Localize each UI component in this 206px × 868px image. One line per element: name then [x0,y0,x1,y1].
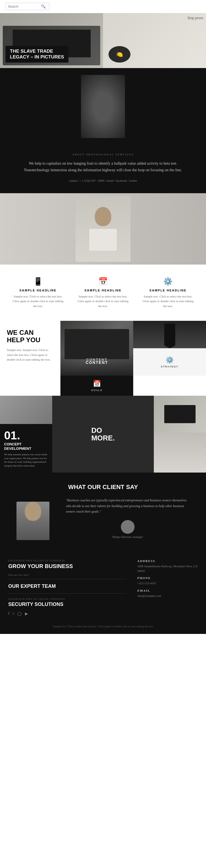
woman-bg [0,193,206,265]
feature-item-3: ⚙️ SAMPLE HEADLINE Sample text. Click to… [136,273,201,313]
footer-item-3: Excepteur sint occaecat cupidatat SECURI… [8,598,126,607]
hero-section: 🍋 Stop press THE SLAVE TRADE LEGACY – IN… [0,13,206,68]
youtube-icon[interactable]: ▶ [25,612,28,616]
client-quote: "Business coaches are typically experien… [66,498,189,514]
address-title: ADDRESS [137,559,198,563]
concept-section: 01. CONCEPT DEVELOPMENT We help translat… [0,396,206,472]
features-row: 📱 SAMPLE HEADLINE Sample text. Click to … [0,265,206,321]
hands-bg [0,396,52,424]
email-title: EMAIL [137,589,198,592]
footer-divider-1 [8,579,126,579]
help-left-panel: WE CAN HELP YOU Sample text. Sample text… [0,321,60,396]
woman-photo-section [0,193,206,265]
footer-social: f t ◯ ▶ [8,612,126,616]
client-layout: "Business coaches are typically experien… [17,498,189,540]
search-bar[interactable]: 🔍 [5,3,50,10]
search-input[interactable] [8,5,41,8]
email-value: info@example.com [137,594,198,598]
monitor-bg [154,396,206,432]
twitter-icon[interactable]: t [13,612,14,616]
footer-heading-1: GROW YOUR BUSINESS [8,563,126,569]
footer-item-2: OUR EXPERT TEAM [8,583,126,589]
instagram-icon[interactable]: ◯ [17,612,22,616]
reviewer-name: Margo Dawson, manager [66,535,189,538]
person-overlay [60,354,133,376]
tag-image-bg [133,321,206,348]
about-text: We help to capitalize on low hanging fru… [17,160,189,174]
reviewer-head [25,502,41,521]
concept-col1: 01. CONCEPT DEVELOPMENT We help translat… [0,396,52,472]
client-photo-bg [17,502,50,540]
concept-hands-image [0,396,52,424]
footer-small-label-1: Excepteur sint occaecat cupidatat [8,559,126,562]
address-value: 1600 Amphitheatre Parkway, Mountain View… [137,564,198,573]
strategy-icon: ⚙️ [166,356,174,364]
feature-item-1: 📱 SAMPLE HEADLINE Sample text. Click to … [5,273,70,313]
footer-divider-2 [8,593,126,594]
help-section: WE CAN HELP YOU Sample text. Sample text… [0,321,206,396]
help-strategy-box: ⚙️ STRATEGY [133,348,206,376]
concept-do-more: DO MORE. [52,396,154,472]
footer-heading-2: OUR EXPERT TEAM [8,583,126,589]
hair-shape [92,75,114,86]
monitor-shape [164,405,196,424]
magazine: Stop press [187,16,203,20]
help-content-image: CONTENT [60,321,133,376]
tag-shape [164,323,175,345]
feature-text-1: Sample text. Click to select the text bo… [11,294,65,309]
face-shape [93,81,113,102]
footer: Excepteur sint occaecat cupidatat GROW Y… [0,551,206,634]
woman-image [76,196,130,262]
client-photo [17,502,50,540]
concept-number: 01. [4,429,48,442]
concept-desc: We help translate purpose into action in… [4,453,48,468]
help-goals-box: 📅 GOALS [60,376,133,396]
do-more-text: DO MORE. [91,427,115,442]
about-contact: contact: + 1 (234) 567 - 8900 / email / … [17,179,189,182]
client-reviewer: Margo Dawson, manager [66,520,189,538]
goals-icon: 📅 [93,380,101,388]
footer-left-col: Excepteur sint occaecat cupidatat GROW Y… [8,559,126,616]
portrait-image [81,75,125,138]
header: 🔍 [0,0,206,13]
feature-icon-3: ⚙️ [141,277,195,286]
feature-headline-1: SAMPLE HEADLINE [11,289,65,292]
concept-text-box: 01. CONCEPT DEVELOPMENT We help translat… [0,424,52,472]
footer-item-1: Excepteur sint occaecat cupidatat GROW Y… [8,559,126,576]
concept-monitor-image [154,396,206,432]
writing-hands [0,396,52,424]
stop-press-text: Stop press [187,16,203,20]
client-section-title: WHAT OUR CLIENT SAY [17,484,189,491]
phone-value: +321-123-4567 [137,581,198,586]
client-avatar-area [17,498,58,540]
dark-portrait-section [0,68,206,145]
feature-headline-2: SAMPLE HEADLINE [76,289,130,292]
facebook-icon[interactable]: f [8,612,10,616]
feature-icon-1: 📱 [11,277,65,286]
help-body: Sample text. Sample text. Click to selec… [7,348,54,362]
search-icon: 🔍 [41,4,46,9]
footer-right-col: ADDRESS 1600 Amphitheatre Parkway, Mount… [137,559,198,616]
feature-item-2: 📅 SAMPLE HEADLINE Sample text. Click to … [70,273,136,313]
feature-text-2: Sample text. Click to select the text bo… [76,294,130,309]
goals-label: GOALS [91,389,102,392]
hero-title: THE SLAVE TRADE LEGACY – IN PICTURES [10,49,64,60]
client-section: WHAT OUR CLIENT SAY "Business coaches ar… [0,472,206,551]
lemon-bowl: 🍋 [109,46,130,63]
about-label: ABOUT PROFESSIONAL SERVICES [17,153,189,156]
footer-bottom-text: Sample text. Click to select the text bo… [8,624,198,628]
help-title: WE CAN HELP YOU [7,329,54,344]
strategy-label: STRATEGY [161,365,179,368]
concept-title: CONCEPT DEVELOPMENT [4,442,48,451]
feature-headline-3: SAMPLE HEADLINE [141,289,195,292]
concept-col3 [154,396,206,472]
footer-small-label-3: Excepteur sint occaecat cupidatat [8,598,126,600]
hero-title-box: THE SLAVE TRADE LEGACY – IN PICTURES [5,46,68,63]
footer-sub-label-1: Duis aute irure dolor [8,574,126,576]
help-images-grid: CONTENT ⚙️ STRATEGY 📅 GOALS [60,321,206,396]
feature-icon-2: 📅 [76,277,130,286]
desk-bg [154,433,206,473]
footer-grid: Excepteur sint occaecat cupidatat GROW Y… [8,559,198,616]
hero-right-bg: 🍋 Stop press [103,13,206,68]
feature-text-3: Sample text. Click to select the text bo… [141,294,195,309]
